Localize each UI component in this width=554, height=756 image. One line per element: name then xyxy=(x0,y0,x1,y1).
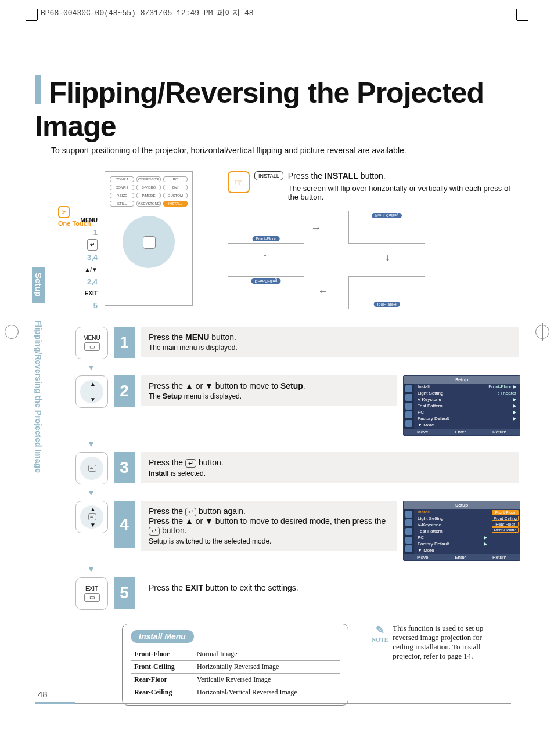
remote-btn: COMPOSITE xyxy=(136,176,161,182)
side-tab-section: Setup xyxy=(32,267,45,303)
step-body: Press the ▲ or ▼ button to move to Setup… xyxy=(141,375,397,406)
remote-btn: COMP.1 xyxy=(110,176,134,182)
enter-icon: ↵ xyxy=(185,508,196,516)
remote-btn: P.SIZE xyxy=(110,193,134,198)
note-icon: ✎ xyxy=(372,624,388,636)
chevron-down-icon: ▼ xyxy=(75,363,107,372)
step-body: Press the EXIT button to exit the settin… xyxy=(141,577,519,598)
remote-diagram: COMP.1 COMPOSITE PC COMP.2 S-VIDEO DVI P… xyxy=(105,171,193,306)
remote-btn: STILL xyxy=(110,201,134,207)
step-number: 5 xyxy=(114,577,135,609)
enter-icon: ↵ xyxy=(185,459,196,468)
step-number: 3 xyxy=(114,452,135,483)
remote-btn: COMP.2 xyxy=(110,185,134,190)
dpad-icon: ▲▼↵ xyxy=(75,501,108,533)
side-tab-topic: Flipping/Reversing the Projected Image xyxy=(32,303,45,479)
step-number: 1 xyxy=(114,327,135,358)
chevron-down-icon: ▼ xyxy=(75,565,107,574)
page-title: Flipping/Reversing the Projected Image xyxy=(35,77,484,143)
note-text: This function is used to set up reversed… xyxy=(393,624,488,661)
remote-btn: V.KEYSTONE xyxy=(136,201,161,207)
remote-dpad xyxy=(123,216,175,268)
step-body: Press the ↵ button. Install is selected. xyxy=(141,452,519,483)
remote-btn: DVI xyxy=(163,185,188,190)
note-block: ✎NOTE This function is used to set up re… xyxy=(372,624,488,706)
remote-btn: S-VIDEO xyxy=(136,185,161,190)
install-menu-pill: Install Menu xyxy=(131,630,194,643)
step-body: Press the ↵ button again. Press the ▲ or… xyxy=(141,501,397,551)
remote-btn-install: INSTALL xyxy=(163,201,188,207)
exit-button-icon: EXIT▭ xyxy=(75,577,108,610)
arrow-left-icon: ← xyxy=(318,285,328,298)
remote-btn: P.MODE xyxy=(136,193,161,198)
step-body: Press the MENU button. The main menu is … xyxy=(141,327,519,357)
step-number: 2 xyxy=(114,375,135,407)
page-subtitle: To support positioning of the projector,… xyxy=(51,146,519,155)
menu-button-icon: MENU▭ xyxy=(75,327,108,359)
install-press-line: Press the INSTALL button. xyxy=(288,171,519,180)
install-desc: The screen will flip over horizontally o… xyxy=(288,184,519,201)
arrow-down-icon: ↓ xyxy=(385,251,390,263)
chevron-down-icon: ▼ xyxy=(75,439,107,448)
remote-btn: PC xyxy=(163,176,188,182)
dpad-icon: ▲▼ xyxy=(75,375,108,408)
title-accent-bar xyxy=(35,75,41,104)
arrow-up-icon: ↑ xyxy=(262,251,268,263)
remote-btn: CUSTOM xyxy=(163,193,188,198)
crop-header: BP68-00430C-00(48~55) 8/31/05 12:49 PM 페… xyxy=(41,8,254,18)
hand-icon: ☞ xyxy=(228,171,250,193)
osd-setup-menu: Setup Install: Front-Floor ▶ Light Setti… xyxy=(403,375,520,436)
chevron-down-icon: ▼ xyxy=(75,488,107,497)
arrow-right-icon: → xyxy=(311,222,321,234)
side-tab: Setup Flipping/Reversing the Projected I… xyxy=(32,267,46,479)
install-menu-table: Install Menu Front-FloorNormal Image Fro… xyxy=(122,624,348,706)
flip-cycle-diagram: Front-Floor Front-Ceiling Rear-Ceiling R… xyxy=(228,211,425,309)
install-button-icon: INSTALL xyxy=(254,171,283,180)
enter-icon: ↵ xyxy=(149,527,160,536)
step-number: 4 xyxy=(114,501,135,548)
page-number: 48 xyxy=(38,689,48,699)
dpad-enter-icon: ↵ xyxy=(75,452,108,484)
remote-step-refs: MENU 1 ↵ 3,4 ▲/▼ 2,4 EXIT 5 xyxy=(70,215,98,313)
osd-install-submenu: Setup Install Light Setting V-Keystone T… xyxy=(403,501,520,561)
